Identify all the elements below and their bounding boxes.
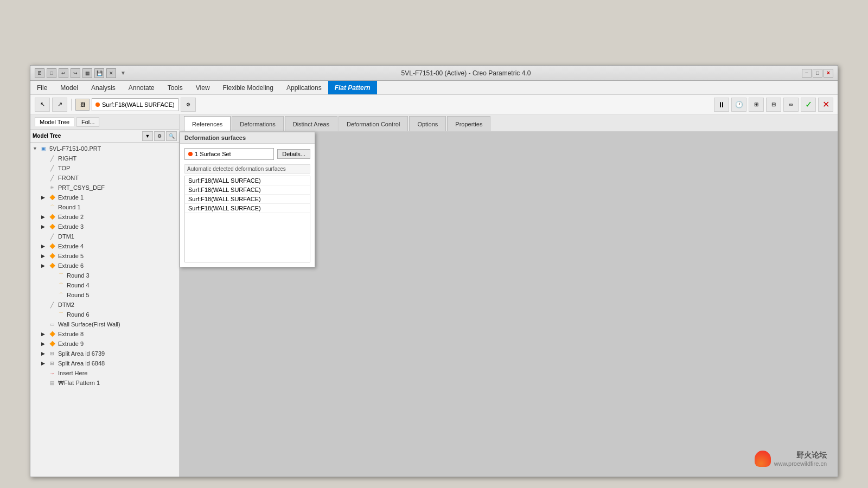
round-icon3: ⌒	[56, 272, 65, 279]
confirm-btn[interactable]: ✓	[801, 98, 816, 112]
tree-item-split6848[interactable]: ▶ ⊞ Split Area id 6848	[30, 358, 179, 368]
tree-item-round5[interactable]: ⌒ Round 5	[30, 290, 179, 300]
minimize-button[interactable]: −	[802, 69, 812, 78]
tree-item-extrude8[interactable]: ▶ 🔶 Extrude 8	[30, 329, 179, 339]
deformation-panel-content: 1 Surface Set Details... Automatic detec…	[180, 144, 315, 267]
tabs-row: References Deformations Distinct Areas D…	[180, 114, 838, 132]
menu-applications[interactable]: Applications	[280, 81, 328, 94]
tab-properties[interactable]: Properties	[447, 116, 490, 131]
folder-tab[interactable]: Fol...	[76, 117, 99, 127]
extrude-icon2: 🔶	[48, 213, 56, 221]
tree-item-flat-pattern[interactable]: ▤ ₩Flat Pattern 1	[30, 378, 179, 388]
tree-item-extrude9[interactable]: ▶ 🔶 Extrude 9	[30, 339, 179, 349]
clock-btn[interactable]: 🕐	[731, 98, 746, 112]
tree-item-extrude5[interactable]: ▶ 🔶 Extrude 5	[30, 251, 179, 261]
details-button[interactable]: Details...	[277, 149, 310, 159]
surface-list-item-1[interactable]: Surf:F18(WALL SURFACE)	[185, 176, 310, 185]
watermark: 野火论坛 www.proewildfire.cn	[755, 451, 827, 468]
tree-item-extrude4[interactable]: ▶ 🔶 Extrude 4	[30, 241, 179, 251]
tab-options[interactable]: Options	[409, 116, 446, 131]
tree-item-top[interactable]: ╱ TOP	[30, 163, 179, 173]
cancel-btn[interactable]: ✕	[818, 98, 833, 112]
redo-icon[interactable]: ↪	[71, 68, 80, 78]
tree-item-csys[interactable]: ✳ PRT_CSYS_DEF	[30, 183, 179, 192]
tree-round4-label: Round 4	[67, 282, 90, 288]
menu-tools[interactable]: Tools	[161, 81, 189, 94]
tree-item-split6739[interactable]: ▶ ⊞ Split Area id 6739	[30, 349, 179, 358]
title-bar: 🖹 □ ↩ ↪ ▦ 💾 ✕ ▼ 5VL-F7151-00 (Active) - …	[30, 66, 838, 81]
tool1-btn[interactable]: ⊞	[749, 98, 764, 112]
pause-btn[interactable]: ⏸	[714, 98, 729, 112]
tree-item-dtm2[interactable]: ╱ DTM2	[30, 300, 179, 310]
close-button[interactable]: ×	[824, 69, 833, 78]
tree-search-btn[interactable]: 🔍	[166, 131, 177, 141]
tool3-btn[interactable]: ∞	[783, 98, 799, 112]
tree-item-front[interactable]: ╱ FRONT	[30, 173, 179, 183]
surf-selector[interactable]: Surf:F18(WALL SURFACE)	[92, 98, 178, 111]
tree-item-wall-surface[interactable]: ▭ Wall Surface(First Wall)	[30, 319, 179, 329]
menu-model[interactable]: Model	[54, 81, 85, 94]
print-icon[interactable]: ✕	[106, 68, 116, 78]
tree-item-extrude3[interactable]: ▶ 🔶 Extrude 3	[30, 222, 179, 232]
save-icon[interactable]: 💾	[94, 68, 104, 78]
surface-list-item-2[interactable]: Surf:F18(WALL SURFACE)	[185, 185, 310, 195]
model-tree-tab[interactable]: Model Tree	[35, 117, 74, 126]
surface-list-item-3[interactable]: Surf:F18(WALL SURFACE)	[185, 195, 310, 204]
tree-root[interactable]: ▼ ▣ 5VL-F7151-00.PRT	[30, 144, 179, 153]
tree-filter-btn[interactable]: ▼	[142, 131, 153, 141]
tree-round1-label: Round 1	[58, 204, 81, 210]
undo-icon[interactable]: ↩	[59, 68, 68, 78]
quick-access-arrow[interactable]: ▼	[120, 70, 126, 76]
surface-set-row: 1 Surface Set Details...	[184, 148, 310, 160]
menu-file[interactable]: File	[30, 81, 54, 94]
deformation-panel: Deformation surfaces 1 Surface Set Detai…	[180, 132, 315, 267]
main-window: 🖹 □ ↩ ↪ ▦ 💾 ✕ ▼ 5VL-F7151-00 (Active) - …	[30, 65, 838, 477]
tab-references[interactable]: References	[184, 116, 231, 131]
menu-analysis[interactable]: Analysis	[85, 81, 122, 94]
tree-csys-label: PRT_CSYS_DEF	[58, 184, 105, 191]
tree-settings-btn[interactable]: ⚙	[154, 131, 165, 141]
menu-annotate[interactable]: Annotate	[122, 81, 161, 94]
split-icon1: ⊞	[48, 350, 56, 357]
grid-icon[interactable]: ▦	[82, 68, 92, 78]
tree-split6739-label: Split Area id 6739	[58, 350, 105, 357]
tree-item-extrude1[interactable]: ▶ 🔶 Extrude 1	[30, 192, 179, 202]
maximize-button[interactable]: □	[813, 69, 822, 78]
surface-set-input[interactable]: 1 Surface Set	[184, 148, 274, 160]
tree-dtm2-label: DTM2	[58, 301, 74, 308]
split-icon2: ⊞	[48, 359, 56, 367]
tree-item-right[interactable]: ╱ RIGHT	[30, 153, 179, 163]
tab-distinct-areas[interactable]: Distinct Areas	[285, 116, 337, 131]
surface-icon[interactable]: 🖼	[75, 99, 90, 111]
surface-list-item-4[interactable]: Surf:F18(WALL SURFACE)	[185, 204, 310, 213]
watermark-brand: 野火论坛 www.proewildfire.cn	[774, 451, 827, 467]
tab-deformations[interactable]: Deformations	[232, 116, 283, 131]
window-icon[interactable]: 🖹	[35, 68, 44, 78]
tree-item-extrude6[interactable]: ▶ 🔶 Extrude 6	[30, 261, 179, 271]
tree-item-round6[interactable]: ⌒ Round 6	[30, 310, 179, 319]
tree-extrude8-label: Extrude 8	[58, 331, 84, 337]
tree-item-round4[interactable]: ⌒ Round 4	[30, 280, 179, 290]
tree-item-extrude2[interactable]: ▶ 🔶 Extrude 2	[30, 212, 179, 222]
menu-flexible-modeling[interactable]: Flexible Modeling	[216, 81, 280, 94]
new-icon[interactable]: □	[47, 68, 56, 78]
tree-extrude6-label: Extrude 6	[58, 262, 84, 269]
insert-icon: →	[48, 369, 56, 377]
tab-deformation-control[interactable]: Deformation Control	[339, 116, 408, 131]
deformation-panel-title: Deformation surfaces	[184, 134, 246, 141]
tree-item-dtm1[interactable]: ╱ DTM1	[30, 232, 179, 241]
menu-view[interactable]: View	[189, 81, 216, 94]
cursor-btn[interactable]: ↖	[35, 98, 50, 112]
menu-flat-pattern[interactable]: Flat Pattern	[328, 81, 377, 94]
tree-item-round3[interactable]: ⌒ Round 3	[30, 271, 179, 280]
surface-opts-btn[interactable]: ⚙	[181, 98, 196, 112]
datum-plane-icon2: ╱	[48, 164, 56, 172]
watermark-logo: 野火论坛 www.proewildfire.cn	[755, 451, 827, 467]
model-tree-toolbar: Model Tree ▼ ⚙ 🔍	[30, 130, 179, 143]
tree-item-insert[interactable]: → Insert Here	[30, 368, 179, 378]
tree-root-label: 5VL-F7151-00.PRT	[49, 145, 101, 152]
select-btn[interactable]: ↗	[52, 98, 67, 112]
tree-dtm1-label: DTM1	[58, 233, 74, 240]
tree-item-round1[interactable]: ⌒ Round 1	[30, 202, 179, 212]
tool2-btn[interactable]: ⊟	[766, 98, 781, 112]
